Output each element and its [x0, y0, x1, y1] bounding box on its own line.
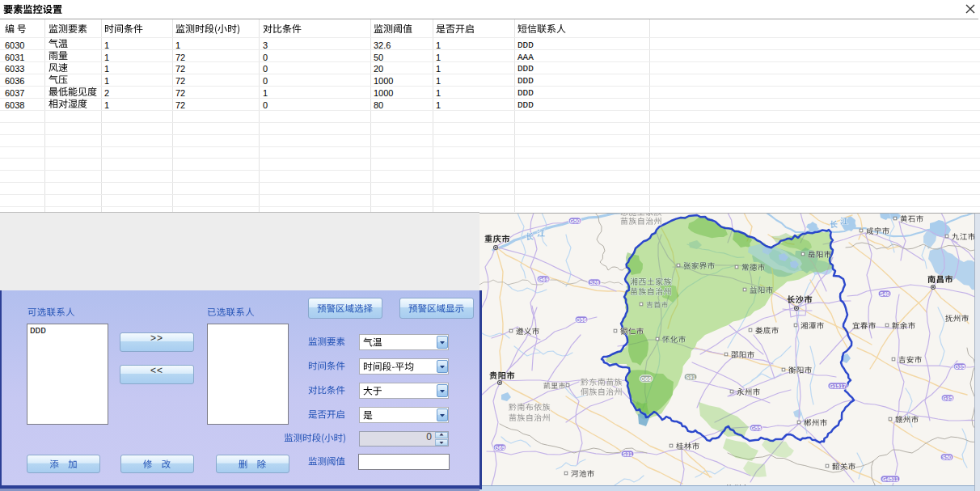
- svg-text:G35: G35: [943, 396, 953, 401]
- svg-text:G66: G66: [641, 376, 652, 382]
- svg-text:G69: G69: [495, 445, 505, 451]
- svg-text:S26: S26: [589, 280, 599, 286]
- svg-text:S50: S50: [942, 455, 952, 460]
- svg-text:S91: S91: [686, 375, 695, 380]
- svg-text:G69: G69: [539, 277, 549, 282]
- svg-text:G4511: G4511: [882, 476, 898, 482]
- svg-text:G1517: G1517: [830, 383, 847, 389]
- svg-text:S40: S40: [880, 291, 889, 297]
- svg-text:G50: G50: [570, 218, 581, 224]
- svg-text:G56: G56: [577, 317, 587, 323]
- svg-text:G55: G55: [751, 425, 762, 431]
- svg-text:G35: G35: [955, 364, 965, 370]
- svg-text:S31: S31: [623, 451, 632, 457]
